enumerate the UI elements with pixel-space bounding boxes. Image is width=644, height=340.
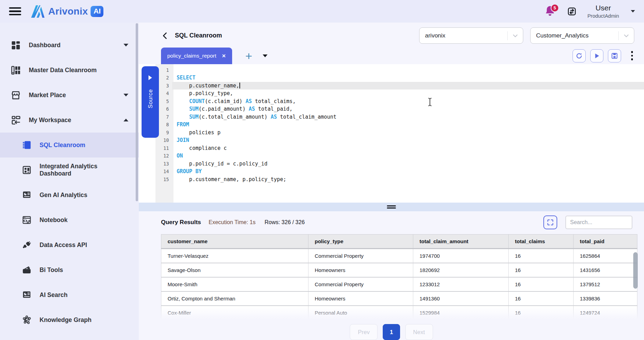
sidebar-scrollbar[interactable] bbox=[136, 23, 138, 201]
editor-line[interactable]: 9 policies p bbox=[155, 129, 644, 137]
sidebar-item-knowledge-graph[interactable]: Knowledge Graph bbox=[0, 307, 139, 332]
editor-line[interactable]: 15 p.customer_name, p.policy_type; bbox=[155, 176, 644, 184]
save-button[interactable] bbox=[608, 49, 621, 62]
table-cell: Personal Auto bbox=[308, 306, 413, 319]
table-cell: 16 bbox=[509, 263, 574, 277]
editor-line[interactable]: 2SELECT bbox=[155, 74, 644, 82]
sidebar-item-label: My Workspace bbox=[29, 117, 71, 124]
hamburger-menu-icon[interactable] bbox=[9, 7, 21, 16]
table-cell: 1974700 bbox=[413, 249, 509, 263]
line-code: GROUP BY bbox=[173, 168, 202, 176]
gen-ai-analytics-icon bbox=[22, 190, 32, 200]
back-button[interactable] bbox=[161, 32, 169, 40]
sidebar-item-bi-tools[interactable]: Bi Tools bbox=[0, 257, 139, 282]
user-name: User bbox=[587, 3, 619, 12]
sql-editor[interactable]: 12SELECT3 p.customer_name,4 p.policy_typ… bbox=[139, 64, 644, 203]
notifications-bell-icon[interactable]: 5 bbox=[544, 5, 556, 18]
add-tab-button[interactable]: + bbox=[245, 49, 252, 63]
editor-line[interactable]: 1 bbox=[155, 66, 644, 74]
editor-line[interactable]: 8FROM bbox=[155, 121, 644, 129]
sidebar-item-label: AI Search bbox=[40, 291, 68, 299]
user-role: ProductAdmin bbox=[587, 13, 619, 19]
sidebar-item-label: SQL Cleanroom bbox=[40, 142, 85, 149]
line-number: 13 bbox=[155, 160, 173, 168]
editor-line[interactable]: 6 SUM(c.paid_amount) AS total_paid, bbox=[155, 105, 644, 113]
column-header-policy-type[interactable]: policy_type bbox=[308, 235, 413, 249]
user-menu[interactable]: User ProductAdmin bbox=[587, 3, 619, 19]
execution-time: Execution Time: 1s bbox=[209, 219, 255, 226]
logo-mark-icon bbox=[30, 5, 45, 18]
editor-line[interactable]: 14GROUP BY bbox=[155, 168, 644, 176]
line-number: 14 bbox=[155, 168, 173, 176]
user-menu-caret-icon[interactable] bbox=[631, 10, 635, 12]
run-query-button[interactable] bbox=[590, 49, 603, 62]
connection-select[interactable]: arivonix bbox=[419, 27, 523, 44]
connection-select-value: arivonix bbox=[425, 32, 446, 39]
line-code: SUM(c.total_claim_amount) AS total_claim… bbox=[173, 113, 337, 121]
table-row[interactable]: Cox-MillerPersonal Auto1529984161249724 bbox=[161, 306, 637, 319]
editor-line[interactable]: 5 COUNT(c.claim_id) AS total_claims, bbox=[155, 97, 644, 105]
text-caret bbox=[239, 83, 240, 88]
app-logo: Arivonix AI bbox=[30, 5, 103, 18]
editor-line[interactable]: 10JOIN bbox=[155, 136, 644, 144]
table-cell: 16 bbox=[509, 291, 574, 306]
tab-close-icon[interactable]: ✕ bbox=[222, 53, 226, 59]
editor-line[interactable]: 4 p.policy_type, bbox=[155, 90, 644, 97]
table-row[interactable]: Savage-OlsonHomeowners1820692161431656 bbox=[161, 263, 637, 277]
table-cell: Commercial Property bbox=[308, 249, 413, 263]
tab-list-caret-icon[interactable] bbox=[263, 54, 268, 57]
database-select[interactable]: Customer_Analytics bbox=[530, 27, 634, 44]
table-cell: 1379512 bbox=[574, 277, 637, 291]
sidebar-item-sql-cleanroom[interactable]: SQL Cleanroom bbox=[0, 133, 139, 158]
switch-workspace-icon[interactable] bbox=[567, 6, 577, 17]
storefront-icon bbox=[10, 90, 21, 101]
data-access-api-icon bbox=[22, 240, 32, 250]
fullscreen-button[interactable] bbox=[543, 215, 557, 229]
page-1-button[interactable]: 1 bbox=[383, 324, 400, 340]
text-cursor-pointer bbox=[427, 97, 432, 107]
sidebar-item-master-data-cleanroom[interactable]: Master Data Cleanroom bbox=[0, 58, 139, 83]
editor-line[interactable]: 12ON bbox=[155, 152, 644, 160]
editor-line[interactable]: 3 p.customer_name, bbox=[155, 82, 644, 90]
column-header-total-claim-amount[interactable]: total_claim_amount bbox=[413, 235, 509, 249]
refresh-button[interactable] bbox=[573, 49, 586, 62]
column-header-total-claims[interactable]: total_claims bbox=[509, 235, 574, 249]
table-cell: 1529984 bbox=[413, 306, 509, 319]
line-code: compliance c bbox=[173, 144, 227, 152]
query-tab[interactable]: policy_claims_report ✕ bbox=[161, 48, 232, 64]
sidebar-item-data-access-api[interactable]: Data Access API bbox=[0, 232, 139, 257]
column-header-total-paid[interactable]: total_paid bbox=[574, 235, 637, 249]
table-scrollbar[interactable] bbox=[633, 252, 638, 289]
sidebar-item-my-workspace[interactable]: My Workspace bbox=[0, 108, 139, 133]
line-code: ON bbox=[173, 152, 183, 160]
resize-grip-icon bbox=[387, 205, 396, 209]
prev-page-button[interactable]: Prev bbox=[350, 324, 378, 340]
sidebar-item-integrated-analytics-dashboard[interactable]: Integrated Analytics Dashboard bbox=[0, 158, 139, 182]
refresh-icon bbox=[575, 52, 583, 60]
sidebar-item-gen-ai-analytics[interactable]: Gen AI Analytics bbox=[0, 182, 139, 207]
table-row[interactable]: Moore-SmithCommercial Property1233012161… bbox=[161, 277, 637, 291]
line-code: p.customer_name, bbox=[173, 82, 240, 90]
sidebar-item-notebook[interactable]: Notebook bbox=[0, 207, 139, 232]
column-header-customer-name[interactable]: customer_name bbox=[161, 235, 308, 249]
line-code: FROM bbox=[173, 121, 189, 129]
editor-line[interactable]: 13 p.policy_id = c.policy_id bbox=[155, 160, 644, 168]
next-page-button[interactable]: Next bbox=[405, 324, 433, 340]
more-options-kebab-icon[interactable] bbox=[630, 50, 635, 62]
workspace-icon bbox=[10, 115, 21, 126]
results-search-input[interactable] bbox=[566, 216, 632, 229]
panel-resize-handle[interactable] bbox=[139, 203, 644, 212]
sidebar-item-label: Data Access API bbox=[40, 241, 87, 249]
sidebar-item-market-place[interactable]: Market Place bbox=[0, 83, 139, 108]
line-code: policies p bbox=[173, 129, 220, 137]
editor-line[interactable]: 11 compliance c bbox=[155, 144, 644, 152]
table-cell: Ortiz, Compton and Sherman bbox=[161, 291, 308, 306]
source-panel-toggle[interactable]: Source bbox=[142, 66, 159, 138]
table-row[interactable]: Ortiz, Compton and ShermanHomeowners1491… bbox=[161, 291, 637, 306]
sidebar-item-ai-search[interactable]: AI Search bbox=[0, 282, 139, 307]
query-tab-label: policy_claims_report bbox=[167, 53, 216, 59]
table-row[interactable]: Turner-VelasquezCommercial Property19747… bbox=[161, 249, 637, 263]
editor-line[interactable]: 7 SUM(c.total_claim_amount) AS total_cla… bbox=[155, 113, 644, 121]
table-header-row: customer_namepolicy_typetotal_claim_amou… bbox=[161, 235, 637, 249]
sidebar-item-dashboard[interactable]: Dashboard bbox=[0, 33, 139, 58]
